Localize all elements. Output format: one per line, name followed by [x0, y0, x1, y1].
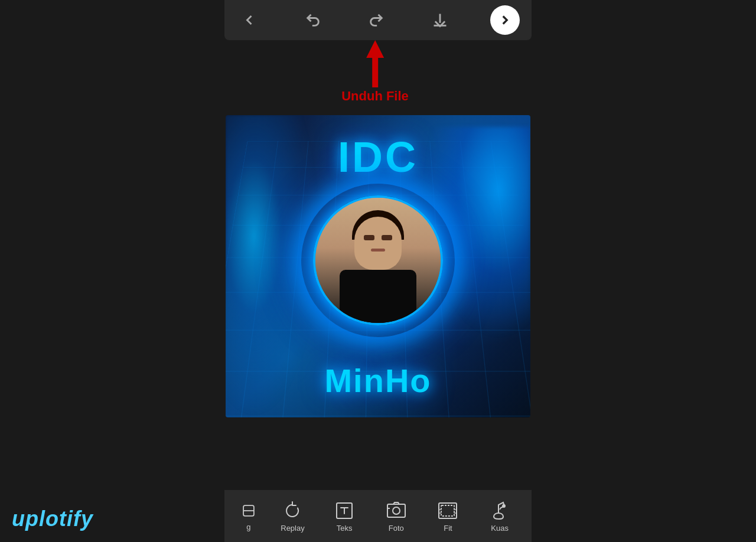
back-button[interactable]: [236, 7, 262, 33]
download-button[interactable]: [427, 7, 453, 33]
eye-right: [382, 235, 392, 240]
image-title-top: IDC: [338, 133, 418, 181]
eye-left: [364, 235, 374, 240]
person-head: [354, 217, 402, 270]
teks-button[interactable]: Teks: [324, 495, 365, 537]
mouth: [371, 249, 385, 252]
redo-button[interactable]: [363, 7, 389, 33]
foto-button[interactable]: Foto: [376, 495, 417, 537]
image-title-bottom: MinHo: [324, 361, 431, 400]
next-button[interactable]: [490, 5, 520, 35]
svg-marker-1: [366, 40, 384, 87]
svg-point-5: [393, 507, 400, 514]
partial-tool-button[interactable]: g: [236, 497, 262, 536]
person-photo: [315, 198, 441, 323]
bottom-toolbar: g Replay Teks Foto Fit: [224, 490, 532, 542]
annotation-arrow-icon: [363, 40, 387, 87]
fit-button[interactable]: Fit: [427, 495, 468, 537]
teks-label: Teks: [337, 524, 353, 533]
kuas-button[interactable]: Kuas: [479, 495, 520, 537]
svg-rect-7: [441, 505, 454, 516]
main-image: IDC MinHo: [226, 115, 530, 417]
svg-point-8: [503, 505, 505, 507]
replay-button[interactable]: Replay: [272, 495, 313, 537]
top-toolbar: [224, 0, 532, 40]
person-body: [340, 270, 416, 323]
partial-label: g: [246, 523, 250, 531]
profile-circle: [313, 195, 443, 325]
svg-rect-4: [387, 504, 405, 517]
fit-label: Fit: [444, 524, 452, 533]
annotation-label: Unduh File: [341, 89, 409, 104]
kuas-label: Kuas: [491, 524, 509, 533]
annotation-container: Unduh File: [341, 40, 409, 104]
logo-text: uplotify: [12, 507, 93, 531]
fire-left: [226, 115, 320, 417]
foto-label: Foto: [389, 524, 404, 533]
undo-button[interactable]: [300, 7, 326, 33]
replay-label: Replay: [281, 524, 304, 533]
logo: uplotify: [12, 507, 93, 531]
